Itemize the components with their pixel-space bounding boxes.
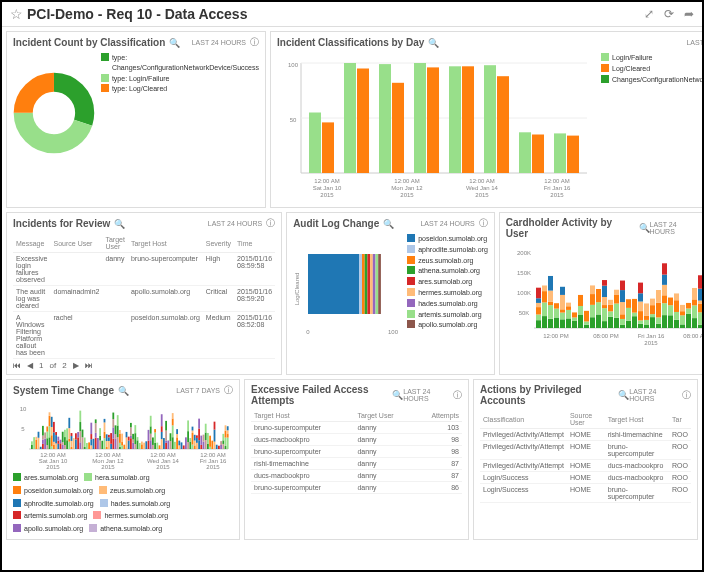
table-row[interactable]: Login/SuccessHOMEducs-macbookproROO [480,472,691,484]
table-row[interactable]: Login/SuccessHOMEbruno-supercomputerROO [480,484,691,503]
favorite-star[interactable]: ☆ [10,6,23,22]
table-row[interactable]: bruno-supercomputerdanny86 [251,482,462,494]
svg-rect-302 [132,439,134,442]
expand-icon[interactable]: ⤢ [644,7,654,21]
svg-rect-285 [119,447,121,449]
svg-rect-308 [137,437,139,440]
legend: type: Changes/ConfigurationNetworkDevice… [101,53,259,173]
table-row[interactable]: ducs-macbookprodanny87 [251,470,462,482]
svg-rect-96 [596,302,601,314]
svg-rect-202 [51,446,53,449]
svg-rect-350 [183,445,185,449]
svg-rect-171 [698,275,703,288]
svg-rect-74 [560,313,565,320]
svg-rect-14 [392,83,404,173]
svg-rect-187 [40,447,42,449]
refresh-icon[interactable]: ⟳ [664,7,674,21]
svg-rect-220 [62,432,64,442]
svg-rect-395 [225,425,227,430]
search-icon[interactable]: 🔍 [383,219,394,229]
svg-rect-73 [560,319,565,328]
svg-rect-131 [644,320,649,325]
table-row[interactable]: Privileged/Activity/AttemptHOMEbruno-sup… [480,441,691,460]
svg-rect-295 [128,441,130,449]
table-row[interactable]: bruno-supercomputerdanny103 [251,422,462,434]
info-icon[interactable]: ⓘ [453,389,462,402]
first-icon[interactable]: ⏮ [13,361,21,370]
svg-rect-358 [192,433,194,445]
exit-icon[interactable]: ➦ [684,7,694,21]
svg-rect-393 [225,438,227,446]
svg-rect-162 [692,318,697,328]
svg-rect-317 [150,434,152,441]
svg-rect-22 [532,135,544,174]
panel-incidents-review: Incidents for Review🔍Last 24 Hoursⓘ Mess… [6,212,282,375]
svg-rect-199 [49,426,51,437]
svg-rect-349 [181,442,183,449]
svg-rect-211 [55,435,57,443]
svg-rect-137 [650,299,655,306]
svg-rect-197 [46,426,48,431]
pager[interactable]: ⏮◀ 1of2 ▶⏭ [13,361,275,370]
search-icon[interactable]: 🔍 [639,223,650,233]
table-row[interactable]: Excessive login failures observeddannybr… [13,253,275,286]
last-icon[interactable]: ⏭ [85,361,93,370]
search-icon[interactable]: 🔍 [392,390,403,400]
search-icon[interactable]: 🔍 [428,38,439,48]
svg-rect-93 [590,294,595,305]
svg-rect-24 [567,136,579,173]
next-icon[interactable]: ▶ [73,361,79,370]
search-icon[interactable]: 🔍 [618,390,629,400]
svg-rect-94 [590,285,595,294]
svg-rect-265 [104,422,106,431]
svg-rect-244 [82,430,84,438]
svg-rect-80 [566,306,571,310]
search-icon[interactable]: 🔍 [114,219,125,229]
search-icon[interactable]: 🔍 [118,386,129,396]
info-icon[interactable]: ⓘ [266,217,275,230]
svg-rect-272 [108,435,110,438]
time-label: Last 24 Hours [192,39,246,46]
svg-text:0: 0 [306,329,310,335]
svg-rect-311 [141,442,143,445]
table-row[interactable]: A Windows Filtering Platform callout has… [13,312,275,359]
svg-rect-354 [187,420,189,431]
svg-rect-144 [662,295,667,303]
svg-rect-112 [620,325,625,328]
info-icon[interactable]: ⓘ [682,389,691,402]
svg-rect-353 [187,431,189,442]
svg-rect-90 [584,311,589,322]
svg-rect-273 [110,444,112,449]
svg-rect-293 [126,437,128,449]
svg-rect-334 [165,430,167,440]
table-row[interactable]: Privileged/Activity/AttemptHOMErishi-tim… [480,429,691,441]
svg-rect-204 [51,427,53,435]
svg-rect-114 [620,314,625,319]
svg-rect-92 [590,305,595,317]
table-row[interactable]: The audit log was cleareddomainadmin2apo… [13,286,275,312]
prev-icon[interactable]: ◀ [27,361,33,370]
svg-text:100: 100 [288,62,299,68]
info-icon[interactable]: ⓘ [224,384,233,397]
info-icon[interactable]: ⓘ [479,217,488,230]
svg-rect-386 [218,446,220,449]
svg-rect-365 [196,438,198,443]
search-icon[interactable]: 🔍 [169,38,180,48]
svg-rect-370 [200,445,202,449]
table-row[interactable]: bruno-supercomputerdanny98 [251,446,462,458]
svg-rect-218 [62,445,64,449]
svg-rect-313 [145,441,147,449]
table-row[interactable]: Privileged/Activity/AttemptHOMEducs-macb… [480,460,691,472]
svg-rect-206 [53,445,55,449]
svg-rect-228 [68,428,70,439]
svg-rect-116 [620,290,625,302]
table-row[interactable]: ducs-macbookprodanny98 [251,434,462,446]
svg-rect-84 [572,312,577,317]
svg-rect-348 [178,441,180,446]
svg-rect-233 [71,433,73,436]
svg-rect-66 [548,305,553,319]
info-icon[interactable]: ⓘ [250,36,259,49]
table-row[interactable]: rishi-timemachinedanny87 [251,458,462,470]
time-label: Last 24 Hours [208,220,262,227]
svg-rect-225 [66,428,68,440]
